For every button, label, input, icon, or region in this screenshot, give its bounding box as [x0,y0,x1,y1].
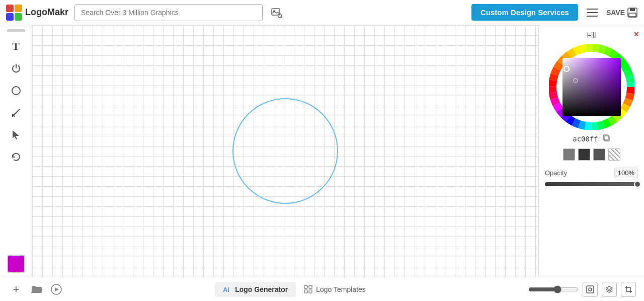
logo-tool[interactable] [4,58,28,79]
text-tool-icon: T [12,40,20,53]
tab-logo-generator[interactable]: Ai Logo Generator [215,282,296,297]
folder-button[interactable] [28,281,44,297]
menu-button[interactable] [584,5,600,21]
add-icon: + [13,283,20,296]
image-search-icon [271,7,282,18]
text-tool[interactable]: T [4,36,28,56]
panel-title: Fill [545,31,638,39]
folder-icon [31,284,42,295]
tab-logo-templates[interactable]: Logo Templates [296,282,374,297]
hex-row: ac00ff [545,134,638,143]
hex-value: ac00ff [573,135,598,143]
preset-swatch-medium-gray[interactable] [593,148,605,161]
ai-icon: Ai [223,285,232,294]
hamburger-line [587,16,598,17]
main-area: T [0,25,644,277]
zoom-slider[interactable] [528,285,579,293]
play-icon [51,284,62,295]
canvas-circle-shape[interactable] [232,98,338,204]
canvas-area[interactable] [32,25,538,277]
svg-marker-15 [13,130,19,139]
logo-icon [6,5,22,21]
select-tool[interactable] [4,125,28,145]
svg-line-7 [281,17,282,18]
circle-icon [11,85,22,96]
svg-rect-66 [309,290,312,293]
save-icon [627,7,638,18]
svg-rect-10 [629,13,636,17]
svg-text:Ai: Ai [223,286,229,293]
add-button[interactable]: + [8,281,24,297]
cursor-icon [11,129,22,140]
svg-rect-63 [304,285,307,288]
bottom-tabs: Ai Logo Generator Logo Templates [215,282,374,297]
header: LogoMakr Custom Design Services SAVE [0,0,644,25]
svg-rect-2 [6,13,14,21]
layers-button[interactable] [602,282,617,297]
toolbar: T [0,25,32,277]
layers-icon [605,285,613,293]
grid-icon [304,285,313,294]
svg-rect-67 [587,286,594,293]
preset-swatch-dark-gray[interactable] [563,148,575,161]
color-wheel-svg[interactable] [549,44,634,130]
copy-hex-button[interactable] [602,134,610,143]
preset-colors [545,148,638,161]
color-wheel-wrapper [545,44,638,130]
opacity-label: Opacity [545,169,567,177]
tab-logo-templates-label: Logo Templates [316,285,366,293]
svg-point-11 [12,87,20,95]
color-swatch[interactable] [7,255,25,273]
logo-area: LogoMakr [6,5,68,21]
drag-handle [7,29,25,32]
history-tool[interactable] [4,147,28,167]
hamburger-line [587,9,598,10]
bottom-bar: + Ai Logo Generator Log [0,277,644,301]
shape-tool[interactable] [4,81,28,101]
opacity-value: 100% [614,168,638,178]
svg-marker-61 [55,287,59,291]
svg-point-68 [589,288,592,291]
svg-rect-0 [6,5,14,12]
custom-design-button[interactable]: Custom Design Services [471,4,578,21]
preset-swatch-black[interactable] [578,148,590,161]
hamburger-line [587,12,598,13]
crop-icon [624,285,632,293]
save-button[interactable]: SAVE [606,7,638,18]
history-icon [11,152,22,163]
svg-rect-3 [15,13,22,21]
pen-tool[interactable] [4,103,28,123]
fit-screen-icon [586,285,594,293]
svg-rect-9 [630,8,635,11]
play-button[interactable] [48,281,64,297]
panel-close-button[interactable]: × [633,29,639,40]
svg-rect-1 [15,5,22,12]
opacity-slider[interactable] [545,182,638,186]
color-wheel-container[interactable] [549,44,634,130]
zoom-controls [528,282,636,297]
power-icon [11,63,22,74]
svg-rect-64 [309,285,312,288]
preset-swatch-transparent[interactable] [608,148,620,161]
fit-screen-button[interactable] [583,282,598,297]
opacity-slider-thumb[interactable] [634,181,641,188]
save-label: SAVE [606,9,625,17]
image-search-button[interactable] [269,5,285,21]
color-panel: × Fill [538,25,644,277]
opacity-row: Opacity 100% [545,168,638,178]
pen-icon [11,107,22,118]
copy-icon [602,134,610,142]
svg-rect-65 [304,290,307,293]
logo-text: LogoMakr [25,7,68,18]
tab-logo-generator-label: Logo Generator [235,285,288,293]
crop-button[interactable] [621,282,636,297]
search-input[interactable] [74,4,263,21]
